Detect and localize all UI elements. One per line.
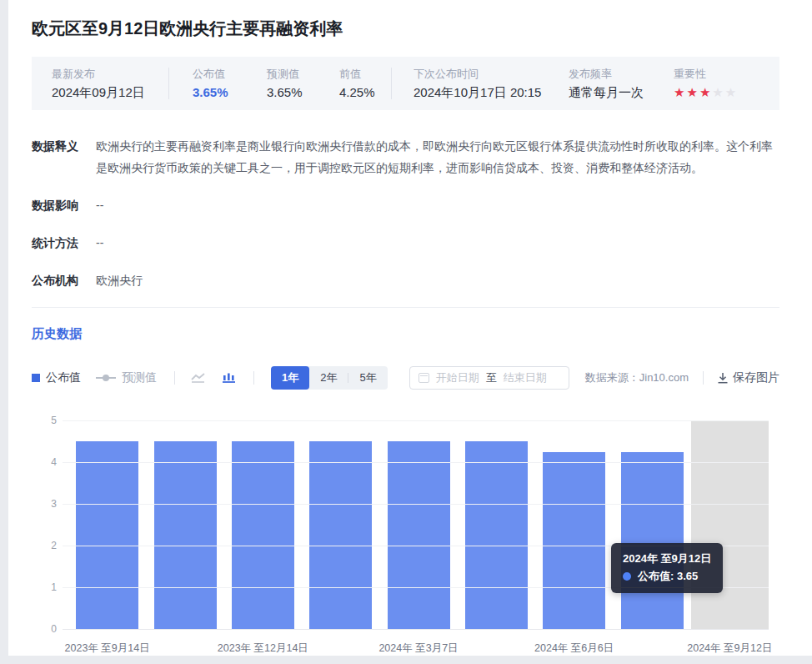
bar-chart-toggle[interactable] — [223, 373, 236, 383]
legend-item-forecast[interactable]: 预测值 — [96, 370, 157, 385]
forecast-legend-label: 预测值 — [122, 370, 157, 385]
bar-published-value[interactable] — [543, 452, 605, 630]
y-axis-tick-label: 0 — [32, 622, 57, 636]
history-data-heading: 历史数据 — [32, 326, 788, 342]
next-release-label: 下次公布时间 — [414, 68, 545, 80]
legend-item-published[interactable]: 公布值 — [32, 370, 81, 385]
line-chart-toggle[interactable] — [191, 373, 206, 383]
chart-controls: 公布值 预测值 1年 2年 — [32, 366, 779, 390]
frequency-block: 发布频率 通常每月一次 — [569, 68, 652, 100]
definition-text: 欧洲央行的主要再融资利率是商业银行向欧洲央行借款的成本，即欧洲央行向欧元区银行体… — [96, 135, 779, 179]
impact-text: -- — [96, 194, 779, 216]
y-axis-tick-label: 4 — [32, 455, 57, 469]
frequency-label: 发布频率 — [569, 68, 652, 80]
previous-value-block: 前值 4.25% — [339, 68, 391, 100]
summary-divider — [391, 68, 392, 99]
chart-gridline — [63, 462, 769, 463]
data-source-text: 数据来源：Jin10.com — [585, 370, 689, 385]
y-axis-tick-label: 2 — [32, 539, 57, 552]
date-range-picker[interactable]: 开始日期 至 结束日期 — [409, 366, 569, 390]
bar-published-value[interactable] — [465, 441, 528, 629]
bar-published-value[interactable] — [621, 452, 684, 630]
tab-5-year[interactable]: 5年 — [348, 366, 387, 390]
controls-divider — [253, 371, 254, 385]
controls-divider — [703, 371, 704, 385]
chart-gridline — [63, 629, 769, 630]
chart-tooltip: 2024年 至9月12日 公布值: 3.65 — [611, 543, 723, 593]
data-detail-card: 欧元区至9月12日欧洲央行主要再融资利率 最新发布 2024年09月12日 公布… — [8, 0, 812, 656]
next-release-value: 2024年10月17日 20:15 — [414, 85, 545, 100]
bar-published-value[interactable] — [154, 441, 217, 629]
calendar-icon — [419, 373, 429, 383]
x-axis-tick-label: 2024年 至3月7日 — [378, 641, 458, 656]
published-value-block: 公布值 3.65% — [193, 68, 253, 100]
latest-release-value: 2024年09月12日 — [52, 85, 168, 100]
range-tab-group: 1年 2年 5年 — [271, 366, 388, 390]
definition-label: 数据释义 — [32, 135, 96, 179]
summary-bar: 最新发布 2024年09月12日 公布值 3.65% 预测值 3.65% 前值 … — [32, 57, 779, 110]
summary-divider — [168, 68, 169, 99]
tab-2-year[interactable]: 2年 — [309, 366, 348, 390]
bar-published-value[interactable] — [388, 441, 450, 629]
detail-rows: 数据释义 欧洲央行的主要再融资利率是商业银行向欧洲央行借款的成本，即欧洲央行向欧… — [32, 135, 779, 291]
tab-1-year[interactable]: 1年 — [271, 366, 309, 390]
y-axis-tick-label: 3 — [32, 497, 57, 511]
detail-row-impact: 数据影响 -- — [32, 194, 779, 216]
detail-row-definition: 数据释义 欧洲央行的主要再融资利率是商业银行向欧洲央行借款的成本，即欧洲央行向欧… — [32, 135, 779, 179]
history-bar-chart[interactable]: 2024年 至9月12日2024年 至6月6日2024年 至3月7日2023年 … — [32, 407, 779, 664]
chart-gridline — [63, 504, 769, 505]
impact-label: 数据影响 — [32, 194, 96, 216]
x-axis-tick-label: 2024年 至9月12日 — [687, 641, 772, 656]
bar-published-value[interactable] — [76, 441, 138, 629]
published-legend-marker — [32, 374, 40, 382]
previous-value: 4.25% — [339, 85, 391, 100]
agency-text: 欧洲央行 — [96, 269, 779, 291]
published-value-label: 公布值 — [193, 68, 253, 80]
controls-divider — [174, 371, 175, 385]
x-axis-tick-label: 2024年 至6月6日 — [534, 641, 614, 656]
start-date-placeholder[interactable]: 开始日期 — [436, 370, 479, 385]
chart-gridline — [63, 420, 769, 421]
y-axis-tick-label: 5 — [32, 414, 57, 427]
previous-value-label: 前值 — [339, 68, 391, 80]
detail-row-method: 统计方法 -- — [32, 232, 779, 254]
save-image-button[interactable]: 保存图片 — [717, 370, 779, 385]
star-icon: ★ — [725, 85, 738, 100]
latest-release-label: 最新发布 — [52, 68, 168, 80]
frequency-value: 通常每月一次 — [569, 85, 652, 100]
star-icon: ★ — [699, 85, 712, 100]
star-icon: ★ — [686, 85, 699, 100]
bar-published-value[interactable] — [309, 441, 372, 629]
date-range-separator: 至 — [486, 370, 497, 385]
bar-chart-icon — [223, 373, 236, 383]
latest-release-block: 最新发布 2024年09月12日 — [52, 68, 168, 100]
method-label: 统计方法 — [32, 232, 96, 254]
bar-published-value[interactable] — [232, 441, 294, 629]
x-axis-tick-label: 2023年 至9月14日 — [65, 641, 150, 656]
tooltip-series-dot — [623, 572, 631, 581]
forecast-legend-marker — [96, 374, 116, 382]
agency-label: 公布机构 — [32, 269, 96, 291]
forecast-value-label: 预测值 — [267, 68, 327, 80]
y-axis-tick-label: 1 — [32, 581, 57, 594]
published-legend-label: 公布值 — [46, 370, 81, 385]
importance-block: 重要性 ★★★★★ — [674, 68, 738, 100]
x-axis-tick-label: 2023年 至12月14日 — [218, 641, 308, 656]
next-release-block: 下次公布时间 2024年10月17日 20:15 — [414, 68, 545, 100]
tooltip-value: 公布值: 3.65 — [638, 568, 698, 585]
section-divider — [32, 307, 779, 308]
importance-label: 重要性 — [674, 68, 738, 80]
star-icon: ★ — [674, 85, 686, 100]
save-image-label: 保存图片 — [733, 370, 779, 385]
forecast-value-block: 预测值 3.65% — [267, 68, 327, 100]
forecast-value: 3.65% — [267, 85, 327, 100]
method-text: -- — [96, 232, 779, 254]
published-value: 3.65% — [193, 85, 253, 100]
end-date-placeholder[interactable]: 结束日期 — [504, 370, 547, 385]
detail-row-agency: 公布机构 欧洲央行 — [32, 269, 779, 291]
hover-highlight-band — [691, 420, 769, 629]
page-title: 欧元区至9月12日欧洲央行主要再融资利率 — [32, 17, 788, 40]
importance-star-rating: ★★★★★ — [674, 85, 738, 100]
tooltip-date: 2024年 至9月12日 — [623, 551, 711, 567]
star-icon: ★ — [712, 85, 724, 100]
